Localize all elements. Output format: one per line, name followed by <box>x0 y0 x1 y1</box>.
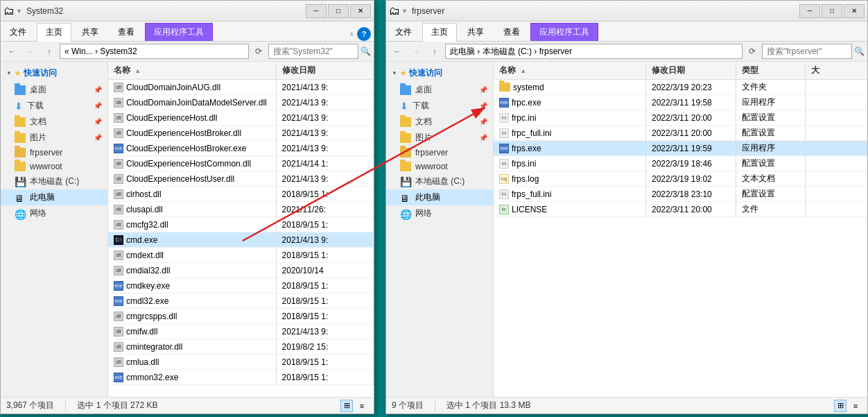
file-date-cell: 2022/3/19 18:46 <box>646 156 736 171</box>
right-forward-button[interactable]: → <box>408 44 424 59</box>
table-row[interactable]: exe frpc.exe 2022/3/11 19:58 应用程序 <box>494 95 867 110</box>
table-row[interactable]: exe cmdl32.exe 2018/9/15 1: <box>108 293 374 309</box>
left-tab-file[interactable]: 文件 <box>1 23 35 41</box>
file-name-cell: exe frpc.exe <box>494 95 646 110</box>
quick-access-header[interactable]: ▼ ★ 快速访问 <box>1 65 107 82</box>
table-row[interactable]: dll CloudDomainJoinDataModelServer.dll 2… <box>108 95 374 110</box>
maximize-button[interactable]: □ <box>328 4 349 18</box>
sidebar-item-frpserver[interactable]: frpserver <box>1 146 107 160</box>
right-sidebar-item-network[interactable]: 🌐 网络 <box>386 205 493 221</box>
left-tab-share[interactable]: 共享 <box>73 23 107 41</box>
sidebar-item-drive-c[interactable]: 💾 本地磁盘 (C:) <box>1 173 107 189</box>
table-row[interactable]: exe cmmon32.exe 2018/9/15 1: <box>108 370 374 385</box>
table-row[interactable]: dll clrhost.dll 2018/9/15 1: <box>108 187 374 202</box>
right-close-button[interactable]: ✕ <box>844 4 865 18</box>
up-button[interactable]: ↑ <box>41 44 58 59</box>
forward-button[interactable]: → <box>22 44 39 59</box>
table-row[interactable]: exe cmdkey.exe 2018/9/15 1: <box>108 278 374 293</box>
table-row[interactable]: dll cmifw.dll 2021/4/13 9: <box>108 324 374 339</box>
right-sidebar-item-downloads[interactable]: ⬇ 下载 📌 <box>386 98 493 114</box>
table-row[interactable]: dll CloudExperienceHost.dll 2021/4/13 9: <box>108 110 374 126</box>
table-row[interactable]: dll cmlua.dll 2018/9/15 1: <box>108 355 374 370</box>
right-grid-view-button[interactable]: ⊞ <box>834 400 847 412</box>
search-input[interactable] <box>268 44 358 59</box>
col-header-date[interactable]: 修改日期 <box>277 62 374 79</box>
table-row[interactable]: dll CloudExperienceHostUser.dll 2021/4/1… <box>108 171 374 187</box>
sidebar-desktop-label: 桌面 <box>30 84 46 96</box>
col-header-name[interactable]: 名称 ▲ <box>108 62 277 79</box>
right-sidebar-pc: 此电脑 <box>415 192 440 203</box>
right-quick-access-header[interactable]: ▼ ★ 快速访问 <box>386 65 493 82</box>
right-search-input[interactable] <box>762 44 852 59</box>
table-row[interactable]: dll cmcfg32.dll 2018/9/15 1: <box>108 217 374 232</box>
table-row[interactable]: log frps.log 2022/3/19 19:02 文本文档 <box>494 171 867 187</box>
right-tab-share[interactable]: 共享 <box>458 23 493 41</box>
table-row[interactable]: dll CloudExperienceHostCommon.dll 2021/4… <box>108 156 374 171</box>
right-address-input[interactable] <box>445 44 743 59</box>
table-row[interactable]: dll cmdial32.dll 2020/10/14 <box>108 263 374 278</box>
right-sidebar-item-documents[interactable]: 文档 📌 <box>386 114 493 130</box>
sidebar-item-desktop[interactable]: 桌面 📌 <box>1 82 107 98</box>
sidebar-item-downloads[interactable]: ⬇ 下载 📌 <box>1 98 107 114</box>
right-sidebar-item-pictures[interactable]: 图片 📌 <box>386 130 493 146</box>
table-row[interactable]: dll cmdext.dll 2018/9/15 1: <box>108 248 374 263</box>
right-up-button[interactable]: ↑ <box>426 44 443 59</box>
left-tab-view[interactable]: 查看 <box>109 23 144 41</box>
sidebar-item-pictures[interactable]: 图片 📌 <box>1 130 107 146</box>
right-sidebar-item-frpserver[interactable]: frpserver <box>386 146 493 160</box>
right-sidebar-item-desktop[interactable]: 桌面 📌 <box>386 82 493 98</box>
table-row[interactable]: ini frpc.ini 2022/3/11 20:00 配置设置 <box>494 110 867 126</box>
left-tab-app-tools[interactable]: 应用程序工具 <box>145 23 213 41</box>
minimize-button[interactable]: ─ <box>306 4 327 18</box>
table-row[interactable]: dll cmgrcspps.dll 2018/9/15 1: <box>108 309 374 324</box>
refresh-button[interactable]: ⟳ <box>251 44 266 59</box>
right-tab-view[interactable]: 查看 <box>494 23 529 41</box>
sidebar-item-this-pc[interactable]: 🖥 此电脑 <box>1 189 107 205</box>
right-explorer-window: 🗂 ▼ frpserver ─ □ ✕ 文件 主页 共享 查看 应用程序工具 ←… <box>385 0 868 414</box>
table-row[interactable]: ini frps.ini 2022/3/19 18:46 配置设置 <box>494 156 867 171</box>
right-pin-icon-dl: 📌 <box>479 102 487 110</box>
table-row[interactable]: dll clusapi.dll 2021/11/26: <box>108 202 374 217</box>
right-back-button[interactable]: ← <box>389 44 406 59</box>
table-row[interactable]: exe frps.exe 2022/3/11 19:59 应用程序 <box>494 141 867 156</box>
quick-access-section: ▼ ★ 快速访问 桌面 📌 ⬇ 下载 📌 文档 📌 <box>1 65 107 221</box>
sidebar-item-network[interactable]: 🌐 网络 <box>1 205 107 221</box>
table-row[interactable]: dll CloudDomainJoinAUG.dll 2021/4/13 9: <box>108 80 374 95</box>
table-row[interactable]: dll CloudExperienceHostBroker.dll 2021/4… <box>108 126 374 141</box>
left-tab-home[interactable]: 主页 <box>37 23 71 42</box>
sidebar-item-documents[interactable]: 文档 📌 <box>1 114 107 130</box>
right-list-view-button[interactable]: ≡ <box>849 400 862 412</box>
right-download-icon: ⬇ <box>400 101 408 112</box>
right-col-header-date[interactable]: 修改日期 <box>646 62 736 79</box>
right-sidebar-item-drive-c[interactable]: 💾 本地磁盘 (C:) <box>386 173 493 189</box>
table-row[interactable]: ini frps_full.ini 2022/3/18 23:10 配置设置 <box>494 187 867 202</box>
right-sidebar-frpserver: frpserver <box>415 148 448 158</box>
right-col-header-name[interactable]: 名称 ▲ <box>494 62 646 79</box>
right-sidebar-item-this-pc[interactable]: 🖥 此电脑 <box>386 189 493 205</box>
close-button[interactable]: ✕ <box>350 4 371 18</box>
table-row[interactable]: ini frpc_full.ini 2022/3/11 20:00 配置设置 <box>494 126 867 141</box>
table-row[interactable]: dll cmintegrator.dll 2019/8/2 15: <box>108 339 374 355</box>
back-button[interactable]: ← <box>3 44 20 59</box>
right-documents-icon <box>400 117 411 127</box>
right-minimize-button[interactable]: ─ <box>799 4 820 18</box>
right-refresh-button[interactable]: ⟳ <box>745 44 760 59</box>
table-row[interactable]: C:\ cmd.exe 2021/4/13 9: <box>108 232 374 248</box>
grid-view-button[interactable]: ⊞ <box>340 400 353 412</box>
right-maximize-button[interactable]: □ <box>822 4 842 18</box>
right-col-header-size[interactable]: 大 <box>806 62 867 79</box>
table-row[interactable]: lic LICENSE 2022/3/11 20:00 文件 <box>494 202 867 217</box>
right-tab-home[interactable]: 主页 <box>422 23 457 42</box>
table-row[interactable]: exe CloudExperienceHostBroker.exe 2021/4… <box>108 141 374 156</box>
sidebar-item-wwwroot[interactable]: wwwroot <box>1 160 107 173</box>
dll-icon: dll <box>114 159 123 169</box>
right-sidebar-item-wwwroot[interactable]: wwwroot <box>386 160 493 173</box>
file-date-cell: 2021/4/13 9: <box>277 324 374 339</box>
table-row[interactable]: systemd 2022/3/19 20:23 文件夹 <box>494 80 867 95</box>
file-size-cell <box>806 161 867 167</box>
list-view-button[interactable]: ≡ <box>356 400 368 412</box>
right-tab-file[interactable]: 文件 <box>386 23 421 41</box>
address-input[interactable] <box>60 44 249 59</box>
right-tab-app-tools[interactable]: 应用程序工具 <box>530 23 598 41</box>
right-col-header-type[interactable]: 类型 <box>736 62 806 79</box>
